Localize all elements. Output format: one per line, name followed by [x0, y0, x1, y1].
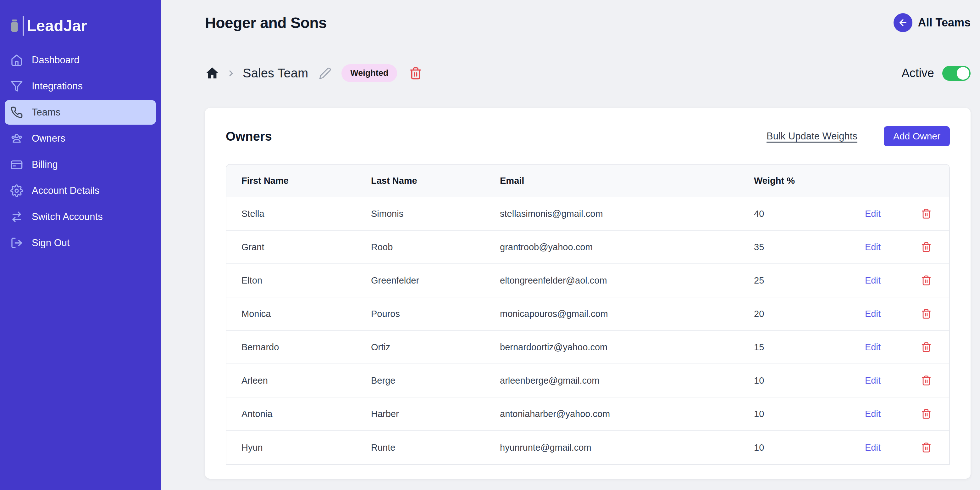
email-cell: eltongreenfelder@aol.com	[500, 275, 754, 286]
pencil-icon	[319, 67, 331, 80]
delete-owner-button[interactable]	[921, 275, 932, 286]
sidebar: LeadJar Dashboard Integrations Teams Own…	[0, 0, 161, 490]
page-title: Hoeger and Sons	[205, 14, 327, 32]
delete-owner-button[interactable]	[921, 442, 932, 453]
first-name-cell: Hyun	[242, 442, 371, 453]
trash-icon	[409, 67, 422, 80]
app-logo: LeadJar	[10, 16, 161, 36]
column-header-last-name: Last Name	[371, 176, 500, 186]
sidebar-item-label: Owners	[32, 133, 65, 144]
edit-team-name-button[interactable]	[319, 67, 331, 80]
email-cell: arleenberge@gmail.com	[500, 375, 754, 386]
email-cell: monicapouros@gmail.com	[500, 309, 754, 319]
owners-title: Owners	[226, 129, 767, 144]
table-row: Elton Greenfelder eltongreenfelder@aol.c…	[226, 264, 949, 297]
delete-owner-button[interactable]	[921, 208, 932, 219]
column-header-weight: Weight %	[754, 176, 865, 186]
edit-owner-link[interactable]: Edit	[865, 409, 921, 419]
owners-table: First Name Last Name Email Weight % Stel…	[226, 164, 950, 465]
sidebar-nav: Dashboard Integrations Teams Owners Bill…	[0, 48, 161, 255]
delete-team-button[interactable]	[409, 67, 422, 80]
trash-icon	[921, 442, 932, 453]
email-cell: bernardoortiz@yahoo.com	[500, 342, 754, 353]
chevron-right-icon	[226, 69, 236, 78]
last-name-cell: Pouros	[371, 309, 500, 319]
credit-card-icon	[10, 158, 23, 171]
delete-owner-button[interactable]	[921, 242, 932, 252]
last-name-cell: Harber	[371, 409, 500, 419]
delete-owner-button[interactable]	[921, 308, 932, 319]
all-teams-label: All Teams	[918, 16, 970, 29]
weight-cell: 40	[754, 209, 865, 219]
first-name-cell: Stella	[242, 209, 371, 219]
sidebar-item-label: Dashboard	[32, 54, 80, 66]
sidebar-item-teams[interactable]: Teams	[5, 100, 156, 124]
jar-icon	[10, 17, 19, 35]
weighted-badge: Weighted	[342, 64, 397, 82]
sidebar-item-label: Teams	[32, 107, 60, 118]
trash-icon	[921, 208, 932, 219]
last-name-cell: Roob	[371, 242, 500, 252]
first-name-cell: Elton	[242, 275, 371, 286]
trash-icon	[921, 375, 932, 386]
edit-owner-link[interactable]: Edit	[865, 375, 921, 386]
breadcrumb-home-link[interactable]	[205, 66, 220, 81]
weight-cell: 10	[754, 409, 865, 419]
top-bar: Hoeger and Sons All Teams	[205, 13, 970, 32]
email-cell: stellasimonis@gmail.com	[500, 209, 754, 219]
last-name-cell: Ortiz	[371, 342, 500, 353]
sidebar-item-label: Billing	[32, 159, 58, 170]
last-name-cell: Runte	[371, 442, 500, 453]
edit-owner-link[interactable]: Edit	[865, 342, 921, 353]
delete-owner-button[interactable]	[921, 375, 932, 386]
active-label: Active	[902, 66, 934, 80]
switch-arrows-icon	[10, 211, 23, 223]
delete-owner-button[interactable]	[921, 342, 932, 353]
first-name-cell: Antonia	[242, 409, 371, 419]
edit-owner-link[interactable]: Edit	[865, 242, 921, 252]
arrow-left-icon	[898, 18, 908, 28]
sidebar-item-account-details[interactable]: Account Details	[5, 179, 156, 203]
app-name: LeadJar	[27, 17, 87, 35]
weight-cell: 10	[754, 442, 865, 453]
weight-cell: 25	[754, 275, 865, 286]
back-button[interactable]	[894, 13, 912, 32]
sidebar-item-switch-accounts[interactable]: Switch Accounts	[5, 204, 156, 229]
sidebar-item-label: Account Details	[32, 185, 99, 196]
sidebar-item-billing[interactable]: Billing	[5, 152, 156, 177]
phone-icon	[10, 106, 23, 119]
breadcrumb-row: Sales Team Weighted Active	[205, 64, 970, 82]
table-row: Antonia Harber antoniaharber@yahoo.com 1…	[226, 397, 949, 431]
weight-cell: 10	[754, 375, 865, 386]
edit-owner-link[interactable]: Edit	[865, 442, 921, 453]
sidebar-item-label: Switch Accounts	[32, 211, 103, 222]
weight-cell: 15	[754, 342, 865, 353]
email-cell: grantroob@yahoo.com	[500, 242, 754, 252]
owners-card-header: Owners Bulk Update Weights Add Owner	[226, 126, 950, 146]
sidebar-item-label: Sign Out	[32, 237, 70, 249]
table-row: Stella Simonis stellasimonis@gmail.com 4…	[226, 197, 949, 231]
sidebar-item-sign-out[interactable]: Sign Out	[5, 231, 156, 255]
last-name-cell: Berge	[371, 375, 500, 386]
sidebar-item-dashboard[interactable]: Dashboard	[5, 48, 156, 72]
active-toggle[interactable]	[942, 66, 970, 81]
sidebar-item-owners[interactable]: Owners	[5, 126, 156, 151]
edit-owner-link[interactable]: Edit	[865, 209, 921, 219]
table-row: Grant Roob grantroob@yahoo.com 35 Edit	[226, 231, 949, 264]
trash-icon	[921, 308, 932, 319]
home-icon	[10, 54, 23, 66]
first-name-cell: Monica	[242, 309, 371, 319]
main-content: Hoeger and Sons All Teams Sales Team Wei…	[161, 0, 980, 490]
sidebar-item-integrations[interactable]: Integrations	[5, 74, 156, 99]
edit-owner-link[interactable]: Edit	[865, 275, 921, 286]
trash-icon	[921, 275, 932, 286]
add-owner-button[interactable]: Add Owner	[884, 126, 950, 146]
bulk-update-weights-link[interactable]: Bulk Update Weights	[767, 131, 858, 142]
delete-owner-button[interactable]	[921, 409, 932, 419]
table-row: Bernardo Ortiz bernardoortiz@yahoo.com 1…	[226, 331, 949, 364]
email-cell: antoniaharber@yahoo.com	[500, 409, 754, 419]
all-teams-button[interactable]: All Teams	[894, 13, 970, 32]
column-header-first-name: First Name	[242, 176, 371, 186]
edit-owner-link[interactable]: Edit	[865, 309, 921, 319]
gear-icon	[10, 184, 23, 197]
